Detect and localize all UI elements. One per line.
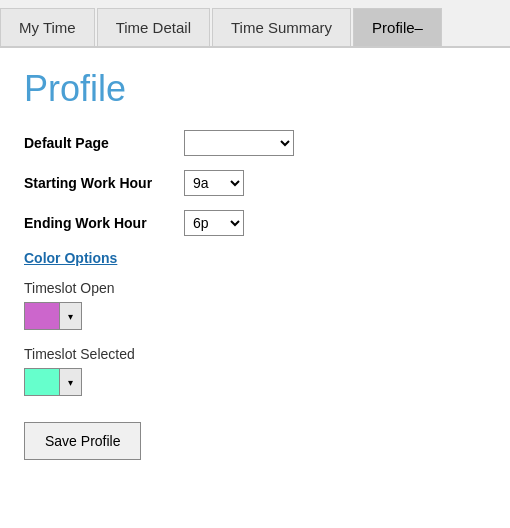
timeslot-selected-dropdown-btn[interactable]: ▾ <box>60 368 82 396</box>
ending-work-hour-label: Ending Work Hour <box>24 215 184 231</box>
timeslot-open-picker-row: ▾ <box>24 302 486 330</box>
starting-work-hour-select[interactable]: 6a 7a 8a 9a 10a 11a 12p <box>184 170 244 196</box>
tab-profile[interactable]: Profile– <box>353 8 442 46</box>
timeslot-selected-label: Timeslot Selected <box>24 346 486 362</box>
timeslot-open-label: Timeslot Open <box>24 280 486 296</box>
timeslot-open-dropdown-btn[interactable]: ▾ <box>60 302 82 330</box>
starting-work-hour-label: Starting Work Hour <box>24 175 184 191</box>
timeslot-selected-color-box[interactable] <box>24 368 60 396</box>
timeslot-open-color-box[interactable] <box>24 302 60 330</box>
save-profile-button[interactable]: Save Profile <box>24 422 141 460</box>
profile-content: Profile Default Page My Time Time Detail… <box>0 48 510 480</box>
tab-my-time[interactable]: My Time <box>0 8 95 46</box>
default-page-row: Default Page My Time Time Detail Time Su… <box>24 130 486 156</box>
ending-work-hour-row: Ending Work Hour 3p 4p 5p 6p 7p 8p <box>24 210 486 236</box>
default-page-select[interactable]: My Time Time Detail Time Summary <box>184 130 294 156</box>
timeslot-open-section: Timeslot Open ▾ <box>24 280 486 330</box>
starting-work-hour-row: Starting Work Hour 6a 7a 8a 9a 10a 11a 1… <box>24 170 486 196</box>
ending-work-hour-select[interactable]: 3p 4p 5p 6p 7p 8p <box>184 210 244 236</box>
default-page-label: Default Page <box>24 135 184 151</box>
color-options-title[interactable]: Color Options <box>24 250 117 266</box>
tab-bar: My Time Time Detail Time Summary Profile… <box>0 0 510 48</box>
tab-time-summary[interactable]: Time Summary <box>212 8 351 46</box>
tab-time-detail[interactable]: Time Detail <box>97 8 210 46</box>
page-title: Profile <box>24 68 486 110</box>
timeslot-selected-picker-row: ▾ <box>24 368 486 396</box>
timeslot-selected-section: Timeslot Selected ▾ <box>24 346 486 396</box>
